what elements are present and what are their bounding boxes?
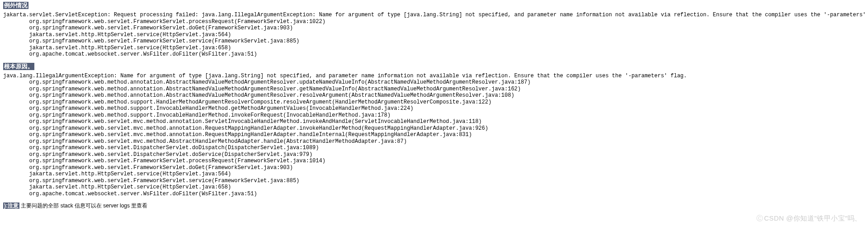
watermark: ⒸCSDN @你知道"铁甲小宝"吗、 (756, 214, 862, 223)
exception-stack-trace: jakarta.servlet.ServletException: Reques… (3, 12, 865, 58)
root-cause-heading: 根本原因。 (3, 63, 34, 70)
note-text: 主要问题的全部 stack 信息可以在 server logs 里查看 (19, 202, 147, 209)
root-cause-stack-trace: java.lang.IllegalArgumentException: Name… (3, 73, 865, 198)
csdn-logo-icon: Ⓒ (756, 214, 764, 222)
watermark-text: CSDN @你知道"铁甲小宝"吗、 (764, 214, 862, 222)
note-label: ):注意 (3, 202, 19, 209)
exception-heading: 例外情况 (3, 2, 28, 9)
note-line: ):注意 主要问题的全部 stack 信息可以在 server logs 里查看 (3, 202, 865, 210)
